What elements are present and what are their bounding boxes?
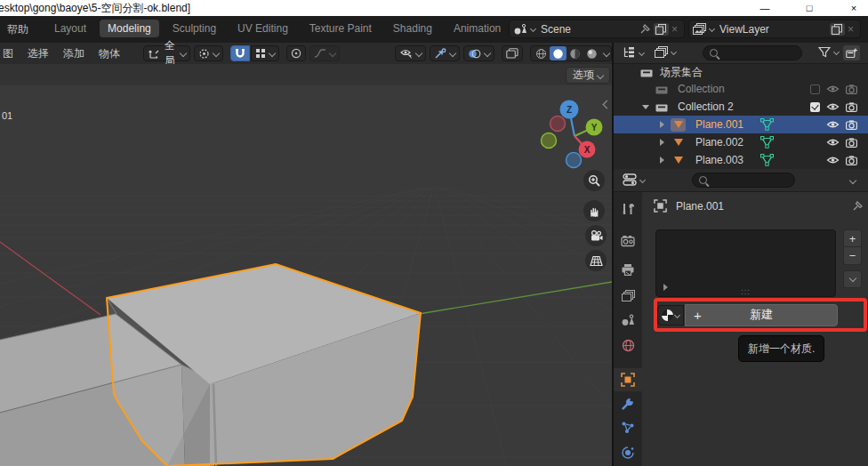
collection-name[interactable]: Collection 2 <box>678 100 734 113</box>
proportional-editing-toggle[interactable] <box>286 45 306 61</box>
maximize-button[interactable]: □ <box>800 3 818 13</box>
editor-type-dropdown[interactable] <box>623 173 645 186</box>
tab-sculpting[interactable]: Sculpting <box>165 20 224 37</box>
viewport-3d[interactable]: Z Y X 01 <box>0 85 612 466</box>
show-object-types-dropdown[interactable] <box>395 45 426 61</box>
scene-unlink-button[interactable]: × <box>671 23 678 36</box>
shading-solid-button[interactable] <box>550 46 567 60</box>
menu-add[interactable]: 添加 <box>56 46 92 61</box>
object-name[interactable]: Plane.002 <box>695 136 743 149</box>
tab-physics-properties[interactable] <box>614 441 642 464</box>
properties-search-input[interactable] <box>692 173 795 188</box>
proportional-falloff-dropdown[interactable] <box>309 45 340 61</box>
collection-include-checkbox[interactable] <box>810 102 820 112</box>
disclosure-closed-icon[interactable] <box>663 284 668 291</box>
object-name[interactable]: Plane.001 <box>695 118 743 131</box>
tab-scene-properties[interactable] <box>614 309 642 332</box>
tab-modeling[interactable]: Modeling <box>100 20 159 37</box>
add-material-slot-button[interactable]: + <box>843 229 862 247</box>
disclosure-open-icon[interactable] <box>642 105 649 109</box>
editor-type-dropdown[interactable] <box>623 46 644 59</box>
collection-exclude-checkbox[interactable] <box>810 84 820 94</box>
hide-eye-icon[interactable] <box>826 156 840 165</box>
menu-view[interactable]: 图 <box>0 46 20 61</box>
menu-select[interactable]: 选择 <box>20 46 56 61</box>
pan-button[interactable] <box>583 200 605 221</box>
view-layer-name[interactable]: ViewLayer <box>719 23 827 36</box>
scene-selector[interactable]: Scene × <box>509 20 685 38</box>
object-name[interactable]: Plane.003 <box>695 154 743 166</box>
tab-world-properties[interactable] <box>614 333 642 357</box>
tab-tool-properties[interactable] <box>614 197 642 221</box>
disable-render-camera-icon[interactable] <box>846 138 857 148</box>
xray-toggle[interactable] <box>502 45 523 61</box>
axis-neg-y-ball[interactable] <box>542 133 557 149</box>
snap-settings-dropdown[interactable] <box>251 45 279 61</box>
tab-layout[interactable]: Layout <box>46 20 94 37</box>
properties-options-chevron-icon[interactable] <box>849 177 856 184</box>
view-layer-new-copy-button[interactable] <box>830 23 845 36</box>
pin-icon[interactable] <box>852 200 864 212</box>
disclosure-closed-icon[interactable] <box>660 121 664 128</box>
view-layer-selector[interactable]: ViewLayer × <box>688 20 861 38</box>
pivot-point-dropdown[interactable] <box>194 45 223 61</box>
scene-collection-label[interactable]: 场景集合 <box>660 65 703 80</box>
disable-render-camera-icon[interactable] <box>846 156 857 165</box>
breadcrumb-object-name[interactable]: Plane.001 <box>676 200 852 213</box>
outliner-row-plane-003[interactable]: Plane.003 <box>614 151 868 169</box>
outliner-display-mode-dropdown[interactable] <box>655 46 676 58</box>
axis-neg-z-ball[interactable] <box>567 153 582 168</box>
tab-output-properties[interactable] <box>614 258 642 281</box>
zoom-button[interactable] <box>583 170 605 191</box>
tab-view-layer-properties[interactable] <box>614 284 642 307</box>
hide-eye-icon[interactable] <box>826 120 840 129</box>
shading-material-button[interactable] <box>567 46 583 60</box>
shading-rendered-button[interactable] <box>583 46 600 60</box>
material-specials-dropdown[interactable] <box>843 270 862 288</box>
tab-particle-properties[interactable] <box>614 416 642 439</box>
tab-texture-paint[interactable]: Texture Paint <box>301 20 380 37</box>
hide-eye-icon[interactable] <box>826 84 840 93</box>
menu-help[interactable]: 帮助 <box>7 22 28 37</box>
collection-name[interactable]: Collection <box>678 83 725 95</box>
close-button[interactable]: × <box>845 3 863 13</box>
overlays-dropdown[interactable] <box>463 45 494 61</box>
axis-neg-x-ball[interactable] <box>551 116 566 132</box>
view-layer-remove-button[interactable]: × <box>848 23 854 36</box>
resize-grip[interactable]: ::: <box>741 288 751 295</box>
gizmos-dropdown[interactable] <box>430 45 460 61</box>
outliner-filter-dropdown[interactable] <box>818 46 839 58</box>
disclosure-closed-icon[interactable] <box>660 157 664 164</box>
transform-orientation-dropdown[interactable]: 全局 <box>143 45 190 61</box>
camera-view-button[interactable] <box>585 225 607 246</box>
perspective-toggle-button[interactable] <box>585 250 607 271</box>
outliner-search-input[interactable] <box>703 45 802 60</box>
disclosure-closed-icon[interactable] <box>660 139 664 146</box>
pin-icon[interactable] <box>639 23 651 35</box>
tab-render-properties[interactable] <box>614 229 642 253</box>
scene-name[interactable]: Scene <box>541 23 639 36</box>
tab-animation[interactable]: Animation <box>446 20 509 37</box>
disable-render-camera-icon[interactable] <box>846 120 857 130</box>
hide-eye-icon[interactable] <box>826 138 840 147</box>
outliner-row-plane-001[interactable]: Plane.001 <box>614 116 868 133</box>
outliner-row-collection-2[interactable]: Collection 2 <box>614 98 868 116</box>
snap-toggle[interactable] <box>230 45 250 61</box>
options-dropdown[interactable]: 选项 <box>566 67 610 84</box>
outliner-row-scene-collection[interactable]: 场景集合 <box>614 64 868 80</box>
material-slot-list[interactable]: ::: <box>655 229 836 297</box>
outliner-row-collection[interactable]: Collection <box>614 80 868 98</box>
tab-modifier-properties[interactable] <box>614 392 642 415</box>
tab-uv-editing[interactable]: UV Editing <box>229 20 296 37</box>
remove-material-slot-button[interactable]: − <box>843 247 862 265</box>
outliner-row-plane-002[interactable]: Plane.002 <box>614 133 868 151</box>
shading-wireframe-button[interactable] <box>533 46 550 60</box>
menu-object[interactable]: 物体 <box>92 46 127 61</box>
minimize-button[interactable]: — <box>756 3 774 13</box>
disable-render-camera-icon[interactable] <box>846 102 857 112</box>
disable-render-camera-icon[interactable] <box>846 84 857 94</box>
scene-new-copy-button[interactable] <box>654 23 669 36</box>
new-collection-button[interactable] <box>843 45 860 60</box>
tab-shading[interactable]: Shading <box>385 20 440 37</box>
tab-object-properties[interactable] <box>614 368 642 391</box>
